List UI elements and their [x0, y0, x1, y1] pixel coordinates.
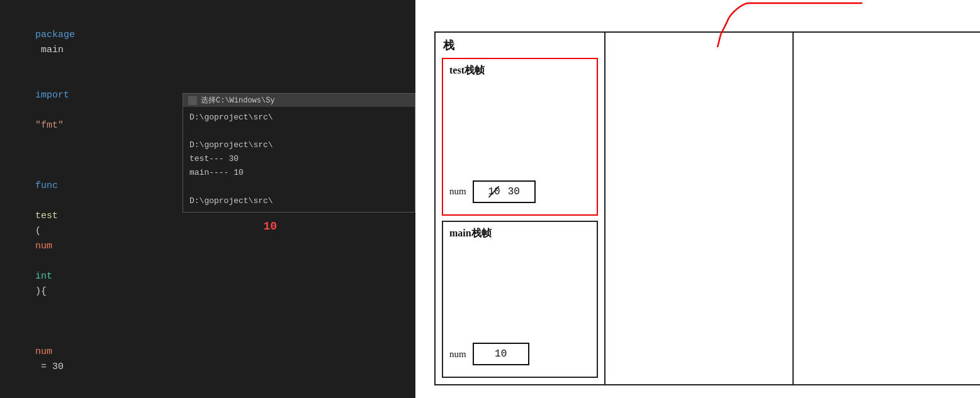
main-frame-label: main栈帧: [449, 227, 590, 240]
annotation-10: 10: [263, 220, 277, 233]
code-line-num30: num = 30: [13, 314, 403, 390]
var-num: num: [35, 346, 52, 357]
terminal-line-6: [189, 180, 408, 194]
code-text: main: [35, 45, 64, 55]
keyword-func: func: [35, 180, 58, 191]
right-column: [794, 33, 980, 384]
terminal-title-bar: 选择C:\Windows\Sy: [183, 94, 415, 107]
code-text: [35, 256, 41, 267]
terminal-title: 选择C:\Windows\Sy: [201, 95, 275, 106]
main-var-value: 10: [495, 348, 507, 360]
terminal-line-5: main---- 10: [189, 166, 408, 180]
test-var-new: 30: [508, 186, 520, 197]
terminal-line-4: test--- 30: [189, 152, 408, 166]
code-editor: package main import "fmt" func test ( nu…: [0, 0, 415, 398]
test-var-old: 10: [488, 186, 500, 197]
middle-column: [605, 33, 794, 384]
main-var-name: num: [449, 349, 466, 360]
stack-outer-frame: 栈 test栈帧 num 10: [434, 31, 980, 385]
code-line-1: package main: [13, 13, 403, 73]
terminal-line-1: D:\goproject\src\: [189, 111, 408, 124]
terminal-body: D:\goproject\src\ D:\goproject\src\ test…: [183, 107, 415, 212]
test-frame: test栈帧 num 10 30: [442, 58, 598, 216]
code-text: = 30: [35, 362, 64, 372]
code-text: (: [35, 226, 41, 236]
test-frame-label: test栈帧: [449, 64, 590, 77]
code-text: [35, 196, 41, 206]
terminal-line-2: [189, 124, 408, 138]
keyword-import: import: [35, 90, 69, 101]
code-text: [35, 105, 41, 116]
keyword-package: package: [35, 30, 75, 40]
diagram-panel: 栈 test栈帧 num 10: [415, 0, 980, 398]
func-name-test: test: [35, 211, 58, 221]
stack-header: 栈: [436, 33, 604, 58]
terminal-line-3: D:\goproject\src\: [189, 138, 408, 152]
import-string: "fmt": [35, 120, 64, 131]
test-var-box: 10 30: [473, 180, 536, 203]
type-int: int: [35, 271, 52, 282]
code-text: ){: [35, 286, 47, 297]
main-var-row: num 10: [449, 343, 529, 365]
terminal-window: 选择C:\Windows\Sy D:\goproject\src\ D:\gop…: [183, 93, 415, 213]
terminal-icon: [188, 96, 197, 105]
main-var-box: 10: [473, 343, 529, 365]
stack-column: 栈 test栈帧 num 10: [436, 33, 605, 384]
test-var-row: num 10 30: [449, 180, 536, 203]
terminal-line-7: D:\goproject\src\: [189, 194, 408, 208]
test-var-name: num: [449, 186, 466, 197]
main-frame: main栈帧 num 10: [442, 221, 598, 379]
code-line-println-test: fmt . Println ( "test---" ,num): [13, 390, 403, 398]
param-num: num: [35, 241, 52, 252]
